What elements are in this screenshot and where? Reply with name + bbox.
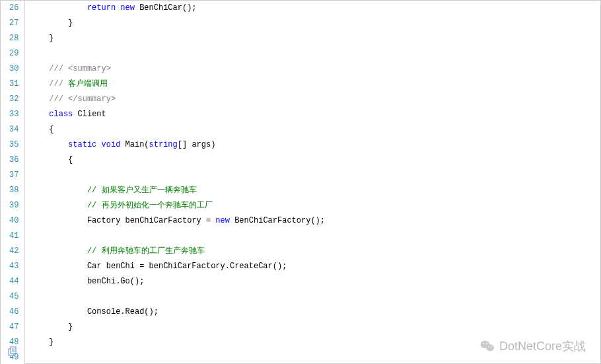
code-content[interactable]: class Client: [24, 107, 600, 122]
code-content[interactable]: }: [24, 16, 600, 31]
svg-point-7: [483, 343, 484, 344]
line-number: 39: [1, 198, 24, 213]
code-line: 37: [1, 168, 600, 183]
svg-point-8: [486, 343, 487, 344]
line-number: 40: [1, 213, 24, 229]
code-line: 26 return new BenChiCar();: [1, 1, 600, 16]
line-number: 42: [1, 244, 24, 259]
code-line: 44 benChi.Go();: [1, 274, 600, 289]
code-content[interactable]: }: [24, 31, 600, 46]
token-comment: // 再另外初始化一个奔驰车的工厂: [87, 201, 213, 210]
code-line: 32 /// </summary>: [1, 92, 600, 107]
code-content[interactable]: [24, 46, 600, 61]
code-content[interactable]: /// 客户端调用: [24, 77, 600, 92]
token-kw: string: [149, 140, 178, 149]
token-comment: // 利用奔驰车的工厂生产奔驰车: [87, 246, 205, 256]
svg-point-9: [488, 346, 489, 347]
code-line: 41: [1, 229, 600, 244]
code-editor: 26 return new BenChiCar();27 }28 }2930 /…: [0, 0, 601, 364]
token-doc-comment: ///: [49, 79, 68, 89]
svg-point-10: [491, 346, 492, 347]
code-content[interactable]: // 如果客户又生产一辆奔驰车: [24, 183, 600, 198]
code-content[interactable]: // 再另外初始化一个奔驰车的工厂: [24, 198, 600, 213]
token-new-kw: new: [215, 216, 230, 225]
line-number: 31: [1, 77, 24, 92]
line-number: 43: [1, 259, 24, 274]
code-line: 34 {: [1, 122, 600, 137]
code-content[interactable]: }: [24, 320, 600, 335]
toolbar: [7, 346, 18, 359]
code-line: 29: [1, 46, 600, 61]
code-line: 45: [1, 289, 600, 305]
code-content[interactable]: /// <summary>: [24, 61, 600, 77]
code-content[interactable]: Factory benChiCarFactory = new BenChiCar…: [24, 213, 600, 229]
line-number: 26: [1, 1, 24, 16]
token-doc-comment: /// </summary>: [49, 94, 116, 104]
token-new-kw: new: [120, 3, 135, 13]
line-number: 44: [1, 274, 24, 289]
line-number: 38: [1, 183, 24, 198]
copy-icon[interactable]: [7, 346, 18, 357]
code-content[interactable]: [24, 289, 600, 305]
code-line: 40 Factory benChiCarFactory = new BenChi…: [1, 213, 600, 229]
code-content[interactable]: static void Main(string[] args): [24, 137, 600, 153]
svg-point-6: [486, 345, 494, 351]
code-line: 42 // 利用奔驰车的工厂生产奔驰车: [1, 244, 600, 259]
code-line: 43 Car benChi = benChiCarFactory.CreateC…: [1, 259, 600, 274]
code-content[interactable]: {: [24, 153, 600, 168]
token-doc-comment: /// <summary>: [49, 64, 111, 73]
code-line: 38 // 如果客户又生产一辆奔驰车: [1, 183, 600, 198]
code-content[interactable]: [24, 229, 600, 244]
wechat-icon: [479, 338, 495, 354]
code-content[interactable]: [24, 168, 600, 183]
watermark-text: DotNetCore实战: [499, 338, 586, 354]
code-line: 27 }: [1, 16, 600, 31]
code-content[interactable]: benChi.Go();: [24, 274, 600, 289]
code-line: 39 // 再另外初始化一个奔驰车的工厂: [1, 198, 600, 213]
line-number: 47: [1, 320, 24, 335]
code-content[interactable]: {: [24, 122, 600, 137]
code-content[interactable]: Console.Read();: [24, 305, 600, 320]
line-number: 27: [1, 16, 24, 31]
line-number: 30: [1, 61, 24, 77]
code-table: 26 return new BenChiCar();27 }28 }2930 /…: [1, 1, 600, 364]
code-content[interactable]: return new BenChiCar();: [24, 1, 600, 16]
code-content[interactable]: // 利用奔驰车的工厂生产奔驰车: [24, 244, 600, 259]
token-kw: static: [68, 140, 96, 149]
line-number: 28: [1, 31, 24, 46]
code-content[interactable]: Car benChi = benChiCarFactory.CreateCar(…: [24, 259, 600, 274]
line-number: 29: [1, 46, 24, 61]
code-content[interactable]: /// </summary>: [24, 92, 600, 107]
line-number: 37: [1, 168, 24, 183]
line-number: 46: [1, 305, 24, 320]
line-number: 35: [1, 137, 24, 153]
line-number: 34: [1, 122, 24, 137]
code-line: 46 Console.Read();: [1, 305, 600, 320]
line-number: 36: [1, 153, 24, 168]
line-number: 32: [1, 92, 24, 107]
token-class-kw: class: [49, 110, 73, 119]
token-comment: 客户端调用: [68, 79, 108, 89]
code-line: 35 static void Main(string[] args): [1, 137, 600, 153]
code-line: 33 class Client: [1, 107, 600, 122]
code-line: 30 /// <summary>: [1, 61, 600, 77]
token-kw: void: [102, 140, 121, 149]
line-number: 33: [1, 107, 24, 122]
code-line: 36 {: [1, 153, 600, 168]
token-kw: return: [87, 3, 116, 13]
code-line: 31 /// 客户端调用: [1, 77, 600, 92]
code-line: 28 }: [1, 31, 600, 46]
token-comment: // 如果客户又生产一辆奔驰车: [87, 186, 197, 195]
line-number: 41: [1, 229, 24, 244]
code-line: 47 }: [1, 320, 600, 335]
watermark: DotNetCore实战: [479, 338, 586, 354]
line-number: 45: [1, 289, 24, 305]
